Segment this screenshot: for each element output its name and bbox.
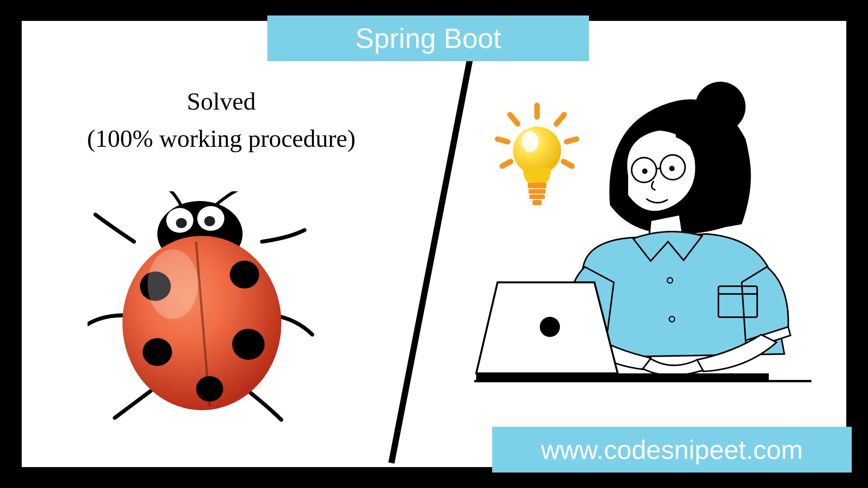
- svg-line-28: [656, 168, 661, 169]
- svg-point-30: [669, 166, 675, 171]
- title-line-1: Solved: [57, 83, 386, 120]
- svg-point-3: [176, 218, 187, 228]
- diagonal-divider: [388, 24, 480, 464]
- title-line-2: (100% working procedure): [57, 120, 386, 157]
- svg-point-8: [143, 338, 172, 366]
- person-at-laptop-icon: [474, 71, 811, 420]
- svg-point-11: [148, 249, 198, 319]
- ladybug-icon: [88, 191, 316, 424]
- top-banner: Spring Boot: [267, 15, 589, 61]
- svg-point-10: [196, 376, 223, 402]
- svg-point-35: [540, 317, 560, 337]
- svg-point-9: [232, 329, 265, 360]
- title-block: Solved (100% working procedure): [57, 83, 386, 157]
- svg-point-29: [642, 168, 648, 174]
- top-banner-text: Spring Boot: [355, 22, 501, 54]
- svg-point-4: [204, 216, 215, 226]
- bottom-banner-text: www.codesnipeet.com: [541, 435, 803, 465]
- main-frame: Spring Boot Solved (100% working procedu…: [16, 15, 852, 473]
- bottom-banner: www.codesnipeet.com: [492, 427, 852, 473]
- svg-point-7: [230, 261, 259, 289]
